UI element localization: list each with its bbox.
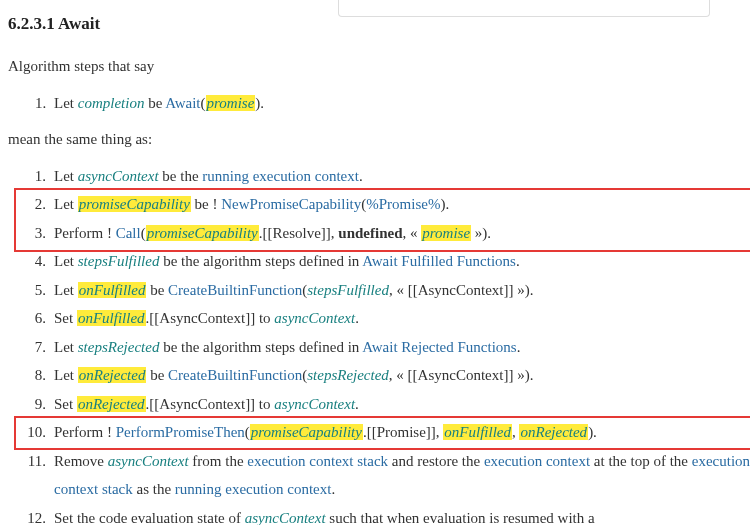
text: .[[Promise]], bbox=[363, 424, 443, 440]
text: Let bbox=[54, 168, 78, 184]
text: .[[AsyncContext]] to bbox=[146, 396, 275, 412]
text: Let bbox=[54, 367, 78, 383]
text: be ! bbox=[191, 196, 221, 212]
undefined-value: undefined bbox=[338, 225, 402, 241]
text: be the algorithm steps defined in bbox=[159, 253, 362, 269]
step-2: Let promiseCapability be ! NewPromiseCap… bbox=[50, 190, 750, 219]
running-execution-context-link[interactable]: running execution context bbox=[202, 168, 359, 184]
text: Let bbox=[54, 253, 78, 269]
var-asyncContext: asyncContext bbox=[108, 453, 189, 469]
var-asyncContext: asyncContext bbox=[245, 510, 326, 525]
var-stepsFulfilled: stepsFulfilled bbox=[78, 253, 160, 269]
step-1: Let asyncContext be the running executio… bbox=[50, 162, 750, 191]
floating-box-remnant bbox=[338, 0, 710, 17]
mean-text: mean the same thing as: bbox=[8, 125, 750, 154]
text: Set bbox=[54, 396, 77, 412]
text: ). bbox=[440, 196, 449, 212]
text: such that when evaluation is resumed wit… bbox=[326, 510, 595, 525]
text: be bbox=[146, 367, 168, 383]
var-onFulfilled: onFulfilled bbox=[78, 282, 147, 298]
text: , « bbox=[403, 225, 422, 241]
text: at the top of the bbox=[590, 453, 692, 469]
text: ( bbox=[201, 95, 206, 111]
var-completion: completion bbox=[78, 95, 145, 111]
text: be bbox=[144, 95, 165, 111]
var-onFulfilled: onFulfilled bbox=[443, 424, 512, 440]
var-asyncContext: asyncContext bbox=[274, 310, 355, 326]
text: Remove bbox=[54, 453, 108, 469]
var-stepsRejected: stepsRejected bbox=[307, 367, 389, 383]
await-fulfilled-functions-link[interactable]: Await Fulfilled Functions bbox=[362, 253, 516, 269]
text: be bbox=[146, 282, 168, 298]
text: , « [[AsyncContext]] »). bbox=[389, 282, 534, 298]
text: . bbox=[331, 481, 335, 497]
text: Let bbox=[54, 339, 78, 355]
step-12: Set the code evaluation state of asyncCo… bbox=[50, 504, 750, 525]
text: Perform ! bbox=[54, 225, 116, 241]
simple-step: Let completion be Await(promise). bbox=[50, 89, 750, 118]
var-onRejected: onRejected bbox=[77, 396, 146, 412]
text: ). bbox=[255, 95, 264, 111]
intro-text: Algorithm steps that say bbox=[8, 52, 750, 81]
await-link[interactable]: Await bbox=[165, 95, 200, 111]
text: Let bbox=[54, 282, 78, 298]
text: . bbox=[355, 396, 359, 412]
text: Let bbox=[54, 196, 78, 212]
text: ). bbox=[588, 424, 597, 440]
var-stepsFulfilled: stepsFulfilled bbox=[307, 282, 389, 298]
var-promise: promise bbox=[206, 95, 256, 111]
simple-step-list: Let completion be Await(promise). bbox=[8, 89, 750, 118]
call-link[interactable]: Call bbox=[116, 225, 141, 241]
text: be the algorithm steps defined in bbox=[159, 339, 362, 355]
var-asyncContext: asyncContext bbox=[78, 168, 159, 184]
create-builtin-function-link[interactable]: CreateBuiltinFunction bbox=[168, 367, 302, 383]
text: Set bbox=[54, 310, 77, 326]
var-onFulfilled: onFulfilled bbox=[77, 310, 146, 326]
create-builtin-function-link[interactable]: CreateBuiltinFunction bbox=[168, 282, 302, 298]
text: . bbox=[355, 310, 359, 326]
var-onRejected: onRejected bbox=[78, 367, 147, 383]
step-6: Set onFulfilled.[[AsyncContext]] to asyn… bbox=[50, 304, 750, 333]
text: .[[AsyncContext]] to bbox=[146, 310, 275, 326]
running-execution-context-link[interactable]: running execution context bbox=[175, 481, 332, 497]
text: . bbox=[359, 168, 363, 184]
perform-promise-then-link[interactable]: PerformPromiseThen bbox=[116, 424, 245, 440]
step-5: Let onFulfilled be CreateBuiltinFunction… bbox=[50, 276, 750, 305]
await-rejected-functions-link[interactable]: Await Rejected Functions bbox=[362, 339, 516, 355]
text: be the bbox=[159, 168, 203, 184]
text: .[[Resolve]], bbox=[259, 225, 339, 241]
text: Set the code evaluation state of bbox=[54, 510, 245, 525]
var-onRejected: onRejected bbox=[519, 424, 588, 440]
var-promise: promise bbox=[421, 225, 471, 241]
text: , « [[AsyncContext]] »). bbox=[389, 367, 534, 383]
step-7: Let stepsRejected be the algorithm steps… bbox=[50, 333, 750, 362]
text: Perform ! bbox=[54, 424, 116, 440]
var-asyncContext: asyncContext bbox=[274, 396, 355, 412]
step-4: Let stepsFulfilled be the algorithm step… bbox=[50, 247, 750, 276]
new-promise-capability-link[interactable]: NewPromiseCapability bbox=[221, 196, 361, 212]
var-stepsRejected: stepsRejected bbox=[78, 339, 160, 355]
step-10: Perform ! PerformPromiseThen(promiseCapa… bbox=[50, 418, 750, 447]
algorithm-steps: Let asyncContext be the running executio… bbox=[8, 162, 750, 525]
text: Let bbox=[54, 95, 78, 111]
text: . bbox=[516, 253, 520, 269]
var-promiseCapability: promiseCapability bbox=[146, 225, 259, 241]
text: from the bbox=[189, 453, 248, 469]
text: and restore the bbox=[388, 453, 484, 469]
execution-context-stack-link[interactable]: execution context stack bbox=[247, 453, 388, 469]
step-9: Set onRejected.[[AsyncContext]] to async… bbox=[50, 390, 750, 419]
step-11: Remove asyncContext from the execution c… bbox=[50, 447, 750, 504]
text: . bbox=[517, 339, 521, 355]
promise-intrinsic-link[interactable]: %Promise% bbox=[366, 196, 440, 212]
step-3: Perform ! Call(promiseCapability.[[Resol… bbox=[50, 219, 750, 248]
execution-context-link[interactable]: execution context bbox=[484, 453, 590, 469]
var-promiseCapability: promiseCapability bbox=[78, 196, 191, 212]
text: as the bbox=[133, 481, 175, 497]
var-promiseCapability: promiseCapability bbox=[250, 424, 363, 440]
text: ( bbox=[141, 225, 146, 241]
step-8: Let onRejected be CreateBuiltinFunction(… bbox=[50, 361, 750, 390]
text: »). bbox=[471, 225, 491, 241]
